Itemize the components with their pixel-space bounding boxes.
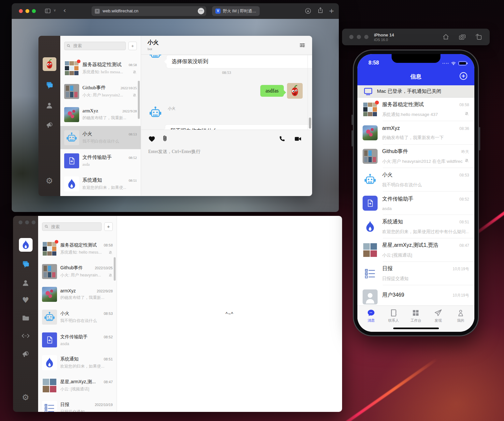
chat-list-item[interactable]: 文件传输助手08:52 asda [60,149,141,172]
mac-login-banner[interactable]: Mac 已登录，手机通知已关闭 [357,85,474,98]
conversation-settings-icon[interactable] [299,42,306,49]
search-field[interactable] [64,42,126,50]
chat-name: 日报 [382,265,450,272]
tab-me[interactable]: 我的 [449,309,472,332]
voice-call-icon[interactable] [279,135,285,142]
chat-list-item[interactable]: 服务器稳定性测试08:58 系统通知: hello messa... [60,57,141,80]
settings-gear-icon[interactable]: ⚙ [46,177,53,185]
zoom-button[interactable] [364,35,368,39]
channels-tab-icon[interactable] [45,120,54,129]
home-icon[interactable] [442,33,450,41]
files-folder-icon[interactable] [22,314,30,322]
chat-list-item[interactable]: 文件传输助手08:52 asda [357,191,474,215]
chat-list-item[interactable]: 星星,armXyz,测...08:47 小云: [视频通话] [38,374,117,397]
screenshot-camera-icon[interactable] [458,33,466,41]
chat-list-item[interactable]: 服务器稳定性测试08:58 系统通知:hello message 437 [357,98,474,121]
file-transfer-icon [44,335,55,345]
sidebar-toggle-icon[interactable] [44,7,51,14]
os-version: iOS 16.0 [374,38,394,42]
chat-list-item[interactable]: 系统通知08:51 欢迎您的归来，如果使... [60,172,141,195]
chat-list-item[interactable]: armXyz2022/9/28 的确发布错了，我重新... [60,103,141,126]
dev-code-icon[interactable] [21,331,30,340]
group-avatar [363,149,378,164]
site-settings-icon[interactable]: ✕ [95,9,100,14]
close-button[interactable] [349,35,353,39]
video-call-icon[interactable] [294,135,302,143]
settings-gear-icon[interactable]: ⚙ [22,393,29,401]
message-bubble-incoming[interactable]: 我不明白你在说什么 [165,125,312,130]
search-input[interactable] [64,42,126,50]
chat-list-item[interactable]: 日报2022/10/19 日报提交通知 [38,397,117,412]
zoom-button[interactable] [32,220,36,224]
empty-conversation-area: ^~^ [117,216,342,412]
web-chat-app: ⚙ + 服务器稳定性测试08:58 系统通知: hello messa... G… [38,36,312,196]
flame-icon [66,178,78,190]
chat-list-item[interactable]: armXyz08:36 的确发布错了，我重新发布一下 [357,121,474,145]
search-field[interactable] [42,222,102,231]
chat-name: 小火 [82,131,127,137]
chat-list-item[interactable]: 小火08:53 我不明白你在说什么 [357,168,474,191]
tab-label: 发现 [435,318,442,323]
user-avatar[interactable] [19,238,33,252]
chat-list-item[interactable]: 日报10月19号 日报提交通知 [357,262,474,285]
minimize-button[interactable] [25,9,29,13]
search-input[interactable] [42,222,102,231]
chat-list-item[interactable]: 星星,armXyz,测试1,贾浩08:47 小云:[视频通话] [357,238,474,262]
conversations-tab-icon[interactable] [21,260,30,269]
list-scrollbar[interactable] [114,257,116,281]
address-bar[interactable]: ✕ web.wildfirechat.cn ··· [92,6,206,16]
chat-preview: asda [382,206,469,211]
chevron-down-icon[interactable]: ∨ [53,8,56,12]
message-bubble-outgoing[interactable]: asdfas [260,85,284,97]
chat-name: armXyz [60,288,95,293]
list-scrollbar[interactable] [138,81,140,119]
share-icon[interactable] [317,7,324,14]
home-indicator[interactable] [393,328,439,329]
attachment-icon[interactable] [162,135,169,142]
new-chat-button[interactable]: + [128,42,137,50]
downloads-icon[interactable] [305,7,311,14]
user-avatar[interactable] [43,57,56,71]
chat-list-item[interactable]: 系统通知08:51 欢迎您的归来，如果使... [38,351,117,374]
sender-avatar[interactable] [287,83,303,99]
browser-tab[interactable]: V 野火 IM | 即时通… [212,6,260,16]
rotate-icon[interactable] [475,33,482,41]
simulator-actions [442,33,482,41]
new-chat-icon[interactable] [459,72,468,80]
chat-list-item[interactable]: 文件传输助手08:52 asda [38,329,117,351]
minimize-button[interactable] [357,35,361,39]
photo-avatar [363,125,378,140]
messages-scrollbar[interactable] [309,118,311,129]
conversations-tab-icon[interactable] [45,81,54,90]
window-controls[interactable] [19,220,36,224]
tab-messages[interactable]: 消息 [360,309,382,332]
contacts-tab-icon[interactable] [45,101,53,109]
minimize-button[interactable] [25,220,29,224]
back-icon[interactable]: ‹ [63,7,66,14]
window-controls[interactable] [349,35,368,39]
chat-list-item-selected[interactable]: 小火08:53 我不明白你在说什么 [60,126,141,149]
chat-list-item[interactable]: 服务器稳定性测试08:58 系统通知: hello mess... [38,237,117,260]
more-icon[interactable]: ··· [198,8,204,14]
close-button[interactable] [19,9,23,13]
favorites-heart-icon[interactable]: ♥ [22,296,29,304]
message-input-area[interactable]: Enter发送，Ctrl+Enter换行 [141,130,312,196]
chat-list-item[interactable]: armXyz2022/9/28 的确发布错了，我重新... [38,283,117,306]
chat-list-item[interactable]: Github事件2022/10/25 小火: 用户 heavyrain2... [60,80,141,103]
group-avatar [42,264,57,279]
close-button[interactable] [19,220,22,224]
chat-list-item[interactable]: Github事件昨天 小火:用户 heavyrain2012 在仓库 wildf… [357,145,474,168]
message-bubble-incoming[interactable]: 选择假装没听到 [166,55,312,68]
channels-tab-icon[interactable] [21,349,30,358]
window-controls[interactable] [19,9,36,13]
input-placeholder: Enter发送，Ctrl+Enter换行 [148,149,200,155]
robot-avatar[interactable] [148,105,163,120]
sticker-heart-icon[interactable] [148,135,155,143]
new-tab-icon[interactable]: + [329,7,334,14]
zoom-button[interactable] [32,9,36,13]
chat-list-item[interactable]: Github事件2022/10/25 小火: 用户 heavyrain... [38,260,117,283]
chat-list-item[interactable]: 系统通知08:51 欢迎您的归来，如果使用过程中有什么疑问… [357,215,474,238]
contacts-tab-icon[interactable] [22,279,30,287]
new-chat-button[interactable]: + [104,222,113,231]
chat-list-item[interactable]: 小火08:53 我不明白你在说什么 [38,306,117,329]
